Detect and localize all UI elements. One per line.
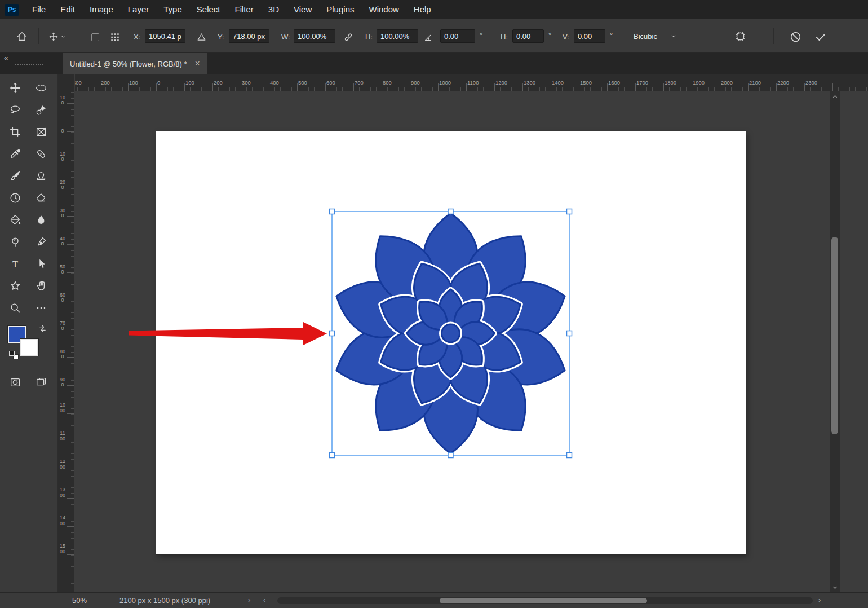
menu-image[interactable]: Image bbox=[82, 0, 121, 19]
clone-stamp-tool[interactable] bbox=[31, 166, 51, 186]
menu-file[interactable]: File bbox=[25, 0, 53, 19]
horizontal-ruler: 3002001000100200300400500600700800900100… bbox=[75, 74, 868, 91]
hruler-label: 700 bbox=[355, 80, 364, 86]
reference-point-grid-icon[interactable] bbox=[109, 32, 121, 43]
height-input[interactable] bbox=[377, 29, 418, 43]
rotation-input[interactable] bbox=[440, 29, 475, 43]
hruler-label: 400 bbox=[270, 80, 279, 86]
paint-bucket-tool[interactable] bbox=[5, 210, 25, 230]
vertical-ruler: 1000100200300400500600700800900100011001… bbox=[58, 91, 75, 592]
zoom-level[interactable]: 50% bbox=[72, 596, 87, 605]
collapse-toolbar-button[interactable]: « bbox=[4, 54, 8, 62]
toggle-reference-point-checkbox[interactable] bbox=[91, 33, 99, 41]
vruler-label: 200 bbox=[60, 180, 65, 191]
transform-handle-sw[interactable] bbox=[330, 453, 335, 458]
eraser-tool[interactable] bbox=[31, 188, 51, 208]
h-skew-label: H: bbox=[501, 33, 508, 41]
warp-mode-icon[interactable] bbox=[734, 30, 747, 43]
tool-preset-move-icon[interactable] bbox=[48, 32, 66, 42]
dodge-tool[interactable] bbox=[5, 232, 25, 252]
menu-view[interactable]: View bbox=[286, 0, 319, 19]
lasso-tool[interactable] bbox=[5, 100, 25, 120]
default-colors-icon[interactable] bbox=[9, 351, 19, 360]
hruler-label: 2000 bbox=[721, 80, 733, 86]
background-color-swatch[interactable] bbox=[20, 339, 38, 356]
screen-mode-tool[interactable] bbox=[31, 372, 51, 393]
transform-handle-e[interactable] bbox=[567, 331, 572, 336]
interpolation-dropdown[interactable]: Bicubic bbox=[630, 29, 680, 43]
hand-tool[interactable] bbox=[31, 276, 51, 296]
marquee-tool[interactable] bbox=[31, 78, 51, 98]
horizontal-scroll-thumb[interactable] bbox=[440, 598, 647, 603]
cancel-transform-icon[interactable] bbox=[789, 30, 802, 43]
swap-colors-icon[interactable] bbox=[38, 324, 47, 335]
x-input[interactable] bbox=[145, 29, 185, 43]
document-tab-title: Untitled-1 @ 50% (Flower, RGB/8) * bbox=[70, 60, 187, 68]
crop-tool[interactable] bbox=[5, 122, 25, 142]
width-input[interactable] bbox=[294, 29, 335, 43]
vruler-label: 1100 bbox=[60, 431, 65, 442]
commit-transform-icon[interactable] bbox=[814, 30, 827, 44]
menu-edit[interactable]: Edit bbox=[53, 0, 82, 19]
vruler-label: 100 bbox=[60, 152, 65, 162]
rotate-angle-icon[interactable] bbox=[423, 33, 433, 43]
horizontal-scrollbar[interactable] bbox=[277, 597, 813, 604]
scroll-down-icon[interactable] bbox=[830, 583, 840, 591]
tab-close-icon[interactable]: × bbox=[195, 59, 200, 68]
link-dimensions-icon[interactable] bbox=[343, 32, 354, 43]
menu-3d[interactable]: 3D bbox=[261, 0, 286, 19]
scroll-up-icon[interactable] bbox=[830, 92, 840, 100]
hruler-label: 1600 bbox=[608, 80, 620, 86]
more-tool[interactable] bbox=[31, 298, 51, 318]
canvas-area[interactable] bbox=[75, 91, 868, 592]
transform-handle-s[interactable] bbox=[448, 453, 453, 458]
custom-shape-tool[interactable] bbox=[5, 276, 25, 296]
h-skew-input[interactable] bbox=[512, 29, 544, 43]
y-input[interactable] bbox=[229, 29, 269, 43]
transform-handle-se[interactable] bbox=[567, 453, 572, 458]
menu-window[interactable]: Window bbox=[361, 0, 406, 19]
menu-items: FileEditImageLayerTypeSelectFilter3DView… bbox=[25, 0, 439, 19]
toolbar-grip[interactable] bbox=[15, 64, 43, 65]
menu-select[interactable]: Select bbox=[189, 0, 228, 19]
quick-selection-tool[interactable] bbox=[31, 100, 51, 120]
status-chevron-left[interactable]: ‹ bbox=[263, 596, 265, 604]
zoom-tool[interactable] bbox=[5, 298, 25, 318]
v-skew-input[interactable] bbox=[574, 29, 605, 43]
vertical-scrollbar[interactable] bbox=[830, 91, 840, 592]
move-tool[interactable] bbox=[5, 78, 25, 98]
healing-brush-tool[interactable] bbox=[31, 144, 51, 164]
hruler-label: 1300 bbox=[524, 80, 535, 86]
transform-handle-w[interactable] bbox=[330, 331, 335, 336]
menu-help[interactable]: Help bbox=[406, 0, 439, 19]
menu-filter[interactable]: Filter bbox=[228, 0, 261, 19]
path-selection-tool[interactable] bbox=[31, 254, 51, 274]
pen-tool[interactable] bbox=[31, 232, 51, 252]
blur-tool[interactable] bbox=[31, 210, 51, 230]
vruler-label: 1200 bbox=[60, 459, 65, 470]
status-chevron-right[interactable]: › bbox=[248, 596, 250, 604]
vruler-label: 900 bbox=[60, 377, 65, 388]
hruler-label: 500 bbox=[298, 80, 307, 86]
delta-icon[interactable] bbox=[196, 32, 207, 42]
menu-plugins[interactable]: Plugins bbox=[319, 0, 361, 19]
menu-type[interactable]: Type bbox=[156, 0, 189, 19]
eyedropper-tool[interactable] bbox=[5, 144, 25, 164]
vertical-scroll-thumb[interactable] bbox=[831, 237, 838, 434]
menu-bar: Ps FileEditImageLayerTypeSelectFilter3DV… bbox=[0, 0, 868, 19]
type-tool[interactable]: T bbox=[5, 254, 25, 274]
transform-handle-n[interactable] bbox=[448, 209, 453, 214]
transform-handle-ne[interactable] bbox=[567, 209, 572, 214]
vruler-label: 400 bbox=[60, 236, 65, 247]
quick-mask-tool[interactable] bbox=[5, 372, 25, 393]
menu-layer[interactable]: Layer bbox=[121, 0, 157, 19]
brush-tool[interactable] bbox=[5, 166, 25, 186]
status-scroll-right-icon[interactable]: › bbox=[818, 596, 821, 604]
history-brush-tool[interactable] bbox=[5, 188, 25, 208]
transform-handle-nw[interactable] bbox=[330, 209, 335, 214]
vruler-label: 600 bbox=[60, 293, 65, 303]
frame-tool[interactable] bbox=[31, 122, 51, 142]
canvas-overlay bbox=[75, 91, 868, 592]
document-tab[interactable]: Untitled-1 @ 50% (Flower, RGB/8) * × bbox=[63, 53, 207, 74]
home-icon[interactable] bbox=[16, 30, 28, 43]
